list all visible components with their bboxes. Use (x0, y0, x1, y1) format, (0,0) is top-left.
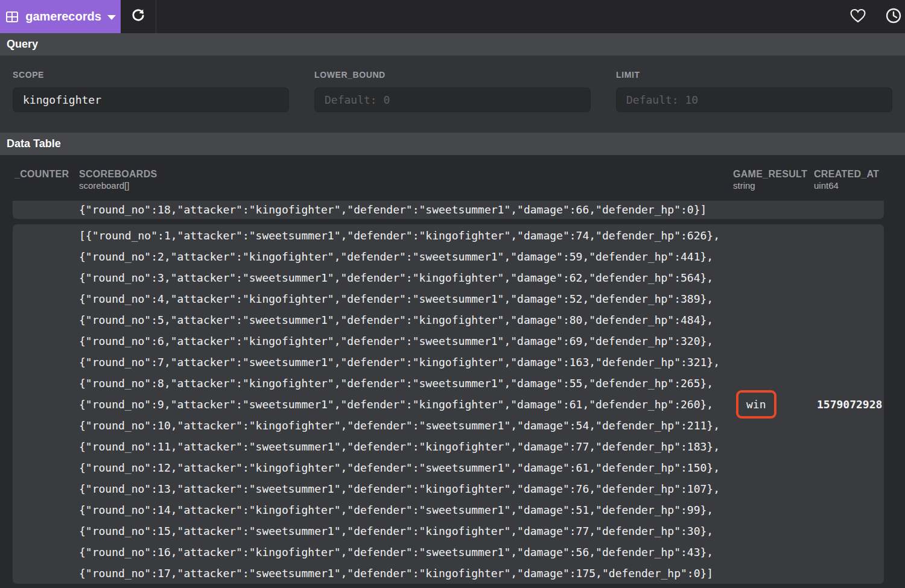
heart-icon (849, 7, 867, 26)
created-at-value: 1579072928 (817, 398, 882, 411)
topbar-spacer (156, 0, 840, 33)
json-line: {"round_no":3,"attacker":"sweetsummer1",… (79, 267, 736, 288)
created-at-cell: 1579072928 (817, 398, 884, 411)
json-line: {"round_no":6,"attacker":"kingofighter",… (79, 330, 736, 352)
column-header-scoreboards: SCOREBOARDS scoreboard[] (79, 169, 733, 191)
scope-input[interactable] (13, 87, 289, 112)
table-row[interactable]: [{"round_no":1,"attacker":"sweetsummer1"… (13, 224, 884, 584)
json-line: {"round_no":8,"attacker":"kingofighter",… (79, 373, 736, 394)
table-selector-button[interactable]: gamerecords (0, 0, 121, 33)
column-header-game-result: GAME_RESULT string (733, 169, 814, 191)
json-line: {"round_no":15,"attacker":"sweetsummer1"… (79, 520, 736, 542)
lower-bound-field-group: LOWER_BOUND (314, 66, 591, 133)
query-section-header: Query (0, 33, 905, 55)
json-line: {"round_no":17,"attacker":"sweetsummer1"… (79, 563, 736, 584)
table-rows: {"round_no":18,"attacker":"kingofighter"… (0, 191, 905, 584)
column-header-created-at: CREATED_AT uint64 (814, 169, 881, 191)
json-line: [{"round_no":1,"attacker":"sweetsummer1"… (79, 225, 736, 246)
topbar: gamerecords (0, 0, 905, 33)
game-result-value: win (746, 398, 766, 411)
json-line: {"round_no":14,"attacker":"kingofighter"… (79, 499, 736, 520)
scoreboards-cell: {"round_no":18,"attacker":"kingofighter"… (79, 201, 884, 219)
table-selector-label: gamerecords (25, 10, 101, 24)
annotation-highlight-box: win (736, 390, 776, 419)
clock-icon (885, 7, 902, 26)
chevron-down-icon (107, 15, 116, 20)
json-line: {"round_no":11,"attacker":"sweetsummer1"… (79, 436, 736, 457)
json-line: {"round_no":18,"attacker":"kingofighter"… (79, 201, 884, 219)
table-row-partial[interactable]: {"round_no":18,"attacker":"kingofighter"… (13, 201, 884, 219)
json-line: {"round_no":9,"attacker":"sweetsummer1",… (79, 394, 736, 415)
json-line: {"round_no":4,"attacker":"kingofighter",… (79, 288, 736, 309)
table-header-row: _COUNTER SCOREBOARDS scoreboard[] GAME_R… (0, 155, 905, 191)
refresh-button[interactable] (121, 0, 156, 33)
json-line: {"round_no":7,"attacker":"sweetsummer1",… (79, 352, 736, 373)
lower-bound-label: LOWER_BOUND (314, 70, 591, 80)
scope-label: SCOPE (13, 70, 289, 80)
scope-field-group: SCOPE (13, 66, 289, 133)
json-line: {"round_no":16,"attacker":"kingofighter"… (79, 542, 736, 563)
json-line: {"round_no":12,"attacker":"kingofighter"… (79, 457, 736, 478)
datatable-section-header: Data Table (0, 133, 905, 155)
json-line: {"round_no":5,"attacker":"sweetsummer1",… (79, 309, 736, 330)
limit-input[interactable] (616, 87, 892, 112)
game-result-cell: win (736, 390, 817, 419)
history-button[interactable] (876, 0, 905, 33)
query-panel: SCOPE LOWER_BOUND LIMIT (0, 55, 905, 133)
table-grid-icon (5, 10, 19, 24)
data-table: _COUNTER SCOREBOARDS scoreboard[] GAME_R… (0, 155, 905, 588)
lower-bound-input[interactable] (314, 87, 591, 112)
json-line: {"round_no":10,"attacker":"kingofighter"… (79, 415, 736, 436)
json-line: {"round_no":2,"attacker":"kingofighter",… (79, 246, 736, 267)
query-title: Query (7, 38, 38, 51)
limit-label: LIMIT (616, 70, 892, 80)
app-root: gamerecords (0, 0, 905, 588)
scoreboards-cell: [{"round_no":1,"attacker":"sweetsummer1"… (79, 225, 736, 584)
column-header-counter: _COUNTER (14, 169, 79, 191)
refresh-icon (130, 7, 147, 26)
json-line: {"round_no":13,"attacker":"sweetsummer1"… (79, 478, 736, 499)
favorite-button[interactable] (840, 0, 876, 33)
limit-field-group: LIMIT (616, 66, 892, 133)
datatable-title: Data Table (7, 138, 61, 150)
